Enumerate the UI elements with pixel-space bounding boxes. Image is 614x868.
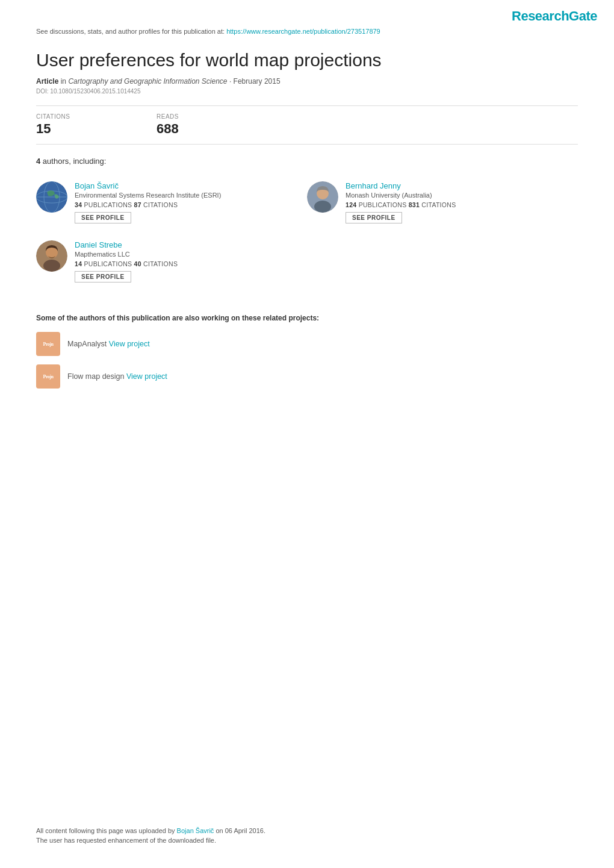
project-text-0: MapAnalyst View project <box>67 340 150 348</box>
svg-point-10 <box>43 260 60 272</box>
avatar-daniel <box>36 240 67 272</box>
author-pubs-2: 14 <box>75 260 82 267</box>
citations-value: 15 <box>36 121 132 137</box>
project-name-0: MapAnalyst <box>67 340 107 348</box>
related-projects: Some of the authors of this publication … <box>36 305 578 389</box>
author-stats-1: 124 PUBLICATIONS 831 CITATIONS <box>346 201 578 208</box>
citations-block: CITATIONS 15 <box>36 113 157 137</box>
citations-label: CITATIONS <box>36 113 132 120</box>
footer-uploader-link[interactable]: Bojan Šavrič <box>177 827 214 834</box>
doi-label: DOI: <box>36 88 49 95</box>
article-date: February 2015 <box>234 77 281 86</box>
article-journal: Cartography and Geographic Information S… <box>68 77 227 86</box>
see-profile-button-0[interactable]: SEE PROFILE <box>75 212 131 223</box>
stats-row: CITATIONS 15 READS 688 <box>36 105 578 145</box>
article-in: in <box>61 77 69 86</box>
author-card-1: Bernhard Jenny Monash University (Austra… <box>307 175 578 234</box>
author-cits-0: 87 <box>134 201 141 208</box>
see-profile-button-1[interactable]: SEE PROFILE <box>346 212 402 223</box>
project-item-0: Projn MapAnalyst View project <box>36 332 578 356</box>
avatar-bojan <box>36 181 67 213</box>
related-heading: Some of the authors of this publication … <box>36 314 578 322</box>
project-badge-1: Projn <box>36 364 60 389</box>
top-notice: See discussions, stats, and author profi… <box>0 28 614 41</box>
article-type: Article <box>36 77 58 86</box>
doi-line: DOI: 10.1080/15230406.2015.1014425 <box>36 88 578 95</box>
header: ResearchGate <box>0 0 614 28</box>
footer-line-2: The user has requested enhancement of th… <box>36 837 578 844</box>
author-stats-0: 34 PUBLICATIONS 87 CITATIONS <box>75 201 307 208</box>
project-item-1: Projn Flow map design View project <box>36 364 578 389</box>
reads-block: READS 688 <box>157 113 277 137</box>
project-badge-0: Projn <box>36 332 60 356</box>
author-stats-2: 14 PUBLICATIONS 40 CITATIONS <box>75 260 307 267</box>
see-profile-button-2[interactable]: SEE PROFILE <box>75 271 131 283</box>
author-card-0: Bojan Šavrič Environmental Systems Resea… <box>36 175 307 234</box>
article-meta: Article in Cartography and Geographic In… <box>36 77 578 86</box>
author-cits-2: 40 <box>134 260 141 267</box>
authors-count: 4 <box>36 157 40 166</box>
author-affiliation-2: Mapthematics LLC <box>75 251 307 258</box>
main-content: User preferences for world map projectio… <box>0 49 614 389</box>
svg-point-7 <box>314 201 331 213</box>
author-info-1: Bernhard Jenny Monash University (Austra… <box>346 181 578 223</box>
svg-point-4 <box>36 181 67 213</box>
notice-link[interactable]: https://www.researchgate.net/publication… <box>226 28 380 35</box>
author-name-2[interactable]: Daniel Strebe <box>75 240 307 249</box>
author-name-1[interactable]: Bernhard Jenny <box>346 181 578 190</box>
authors-label-text: authors, including: <box>43 157 107 166</box>
project-link-0[interactable]: View project <box>109 340 150 348</box>
footer: All content following this page was uplo… <box>36 827 578 846</box>
author-pubs-1: 124 <box>346 201 356 208</box>
project-link-1[interactable]: View project <box>126 372 167 381</box>
project-name-1: Flow map design <box>67 372 125 381</box>
author-affiliation-1: Monash University (Australia) <box>346 192 578 199</box>
footer-line-1: All content following this page was uplo… <box>36 827 578 834</box>
authors-heading: 4 authors, including: <box>36 157 578 166</box>
notice-text: See discussions, stats, and author profi… <box>36 28 226 35</box>
author-name-0[interactable]: Bojan Šavrič <box>75 181 307 190</box>
paper-title: User preferences for world map projectio… <box>36 49 578 71</box>
author-card-2: Daniel Strebe Mapthematics LLC 14 PUBLIC… <box>36 234 307 293</box>
author-pubs-0: 34 <box>75 201 82 208</box>
footer-before: All content following this page was uplo… <box>36 827 177 834</box>
footer-after: on 06 April 2016. <box>216 827 265 834</box>
author-info-0: Bojan Šavrič Environmental Systems Resea… <box>75 181 307 223</box>
brand-logo: ResearchGate <box>512 8 597 24</box>
doi-value: 10.1080/15230406.2015.1014425 <box>50 88 140 95</box>
avatar-bernhard <box>307 181 338 213</box>
project-text-1: Flow map design View project <box>67 372 167 381</box>
article-dot: · <box>229 77 234 86</box>
reads-value: 688 <box>157 121 253 137</box>
author-cits-1: 831 <box>409 201 420 208</box>
reads-label: READS <box>157 113 253 120</box>
author-affiliation-0: Environmental Systems Research Institute… <box>75 192 307 199</box>
authors-grid: Bojan Šavrič Environmental Systems Resea… <box>36 175 578 293</box>
author-info-2: Daniel Strebe Mapthematics LLC 14 PUBLIC… <box>75 240 307 283</box>
